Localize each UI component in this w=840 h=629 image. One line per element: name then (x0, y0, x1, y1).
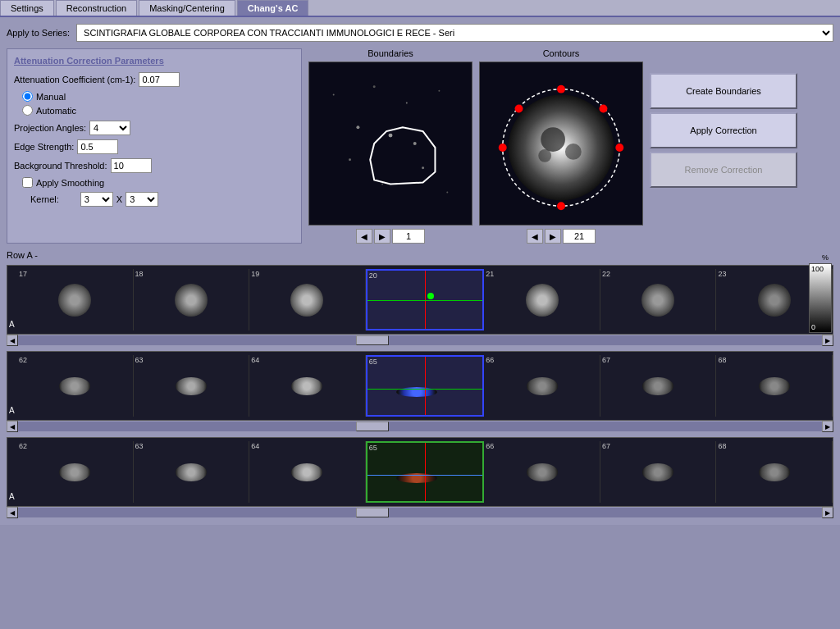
strip-cell-64a[interactable]: 64 (249, 355, 366, 417)
svg-point-9 (446, 191, 448, 193)
boundaries-panel: Boundaries (308, 48, 472, 244)
boundaries-nav-input[interactable] (392, 229, 425, 244)
params-panel: Attenuation Correction Parameters Attenu… (7, 48, 302, 244)
edge-strength-input[interactable] (77, 139, 118, 154)
pct-label: % (822, 253, 829, 262)
svg-point-25 (515, 104, 523, 112)
edge-strength-label: Edge Strength: (14, 142, 74, 152)
apply-series-label: Apply to Series: (7, 28, 70, 38)
scroll-left-3[interactable]: ◀ (7, 507, 18, 518)
contours-label: Contours (543, 48, 580, 58)
contours-prev-btn[interactable]: ◀ (527, 229, 543, 244)
tab-reconstruction[interactable]: Reconstruction (56, 0, 137, 16)
svg-point-2 (333, 94, 335, 96)
boundaries-canvas[interactable] (308, 62, 472, 226)
strip-cell-21[interactable]: 21 (484, 269, 600, 330)
apply-smoothing-checkbox[interactable] (22, 177, 33, 188)
strip-3: A 62 63 64 65 (7, 437, 833, 507)
strip-cell-20[interactable]: 20 (366, 269, 485, 330)
strip-cell-22[interactable]: 22 (600, 269, 717, 330)
manual-radio[interactable] (22, 91, 33, 102)
attenuation-coeff-label: Attenuation Coefficient (cm-1): (14, 75, 135, 84)
strip-cell-65a[interactable]: 65 (366, 355, 485, 417)
svg-point-24 (600, 104, 608, 112)
strip-cell-68b[interactable]: 68 (716, 441, 833, 503)
apply-correction-button[interactable]: Apply Correction (650, 112, 797, 148)
kernel-y-select[interactable]: 35 (126, 192, 158, 207)
svg-point-5 (438, 90, 440, 92)
strip-cell-68a[interactable]: 68 (716, 355, 833, 417)
kernel-label: Kernel: (30, 194, 59, 204)
automatic-label: Automatic (36, 106, 76, 116)
strip-2: A 62 63 64 65 (7, 351, 833, 421)
bg-threshold-input[interactable] (111, 158, 152, 173)
strip-3-row-letter: A (9, 492, 15, 501)
apply-smoothing-label: Apply Smoothing (36, 178, 104, 188)
scrollbar-2[interactable]: ◀ ▶ (7, 421, 833, 432)
buttons-panel: Create Boundaries Apply Correction Remov… (650, 48, 797, 244)
kernel-x-select[interactable]: 35 (80, 192, 113, 207)
strip-cell-19[interactable]: 19 (249, 269, 366, 330)
tab-changs-ac[interactable]: Chang's AC (237, 0, 309, 16)
tab-masking-centering[interactable]: Masking/Centering (139, 0, 235, 16)
svg-point-11 (389, 134, 393, 138)
contours-nav-input[interactable] (563, 229, 596, 244)
svg-point-12 (413, 142, 417, 145)
projection-angles-select[interactable]: 4 8 (89, 121, 130, 135)
svg-point-23 (499, 144, 507, 152)
params-title: Attenuation Correction Parameters (14, 56, 294, 66)
scroll-right-2[interactable]: ▶ (822, 421, 833, 432)
bg-threshold-label: Background Threshold: (14, 161, 107, 171)
strip-cell-67b[interactable]: 67 (600, 441, 717, 503)
svg-point-4 (406, 103, 408, 104)
attenuation-coeff-input[interactable] (139, 72, 180, 87)
create-boundaries-button[interactable]: Create Boundaries (650, 73, 797, 109)
svg-point-16 (541, 127, 565, 152)
scroll-right-1[interactable]: ▶ (822, 335, 833, 346)
contours-panel: Contours (479, 48, 643, 244)
manual-label: Manual (36, 92, 66, 102)
scroll-left-1[interactable]: ◀ (7, 335, 18, 346)
strip-cell-66b[interactable]: 66 (484, 441, 600, 503)
boundaries-label: Boundaries (368, 48, 413, 58)
remove-correction-button[interactable]: Remove Correction (650, 152, 797, 188)
strip-cell-64b[interactable]: 64 (249, 441, 366, 503)
contours-canvas[interactable] (479, 62, 643, 226)
strip-cell-65b[interactable]: 65 (366, 441, 485, 503)
svg-point-20 (557, 85, 565, 93)
svg-point-22 (557, 202, 565, 210)
strip-cell-62a[interactable]: 62 (17, 355, 134, 417)
row-a-label: Row A - (7, 250, 833, 260)
apply-series-select[interactable]: SCINTIGRAFIA GLOBALE CORPOREA CON TRACCI… (76, 24, 833, 42)
strip-2-row-letter: A (9, 406, 15, 415)
boundaries-next-btn[interactable]: ▶ (374, 229, 390, 244)
svg-point-8 (422, 166, 424, 169)
svg-point-7 (381, 184, 383, 185)
boundaries-prev-btn[interactable]: ◀ (356, 229, 372, 244)
images-area: Boundaries (308, 48, 643, 244)
scrollbar-1[interactable]: ◀ ▶ (7, 335, 833, 346)
strip-cell-63b[interactable]: 63 (134, 441, 250, 503)
strip-cell-66a[interactable]: 66 (484, 355, 600, 417)
strip-cell-17[interactable]: 17 (17, 269, 134, 330)
tab-bar: Settings Reconstruction Masking/Centerin… (0, 0, 840, 17)
strip-cell-63a[interactable]: 63 (134, 355, 250, 417)
pct-bottom-label: 0 (811, 323, 829, 331)
tab-settings[interactable]: Settings (0, 0, 54, 16)
kernel-x-label: X (116, 194, 122, 204)
scroll-right-3[interactable]: ▶ (822, 507, 833, 518)
svg-point-17 (565, 144, 582, 160)
svg-point-10 (356, 125, 359, 129)
strip-cell-18[interactable]: 18 (134, 269, 250, 330)
contours-next-btn[interactable]: ▶ (545, 229, 561, 244)
projection-angles-label: Projection Angles: (14, 123, 86, 133)
svg-point-3 (373, 85, 376, 88)
strip-cell-62b[interactable]: 62 (17, 441, 134, 503)
scroll-left-2[interactable]: ◀ (7, 421, 18, 432)
automatic-radio[interactable] (22, 105, 33, 116)
strip-1: A 17 18 19 (7, 265, 833, 335)
strip-cell-67a[interactable]: 67 (600, 355, 717, 417)
svg-point-18 (538, 149, 551, 162)
strip-1-row-letter: A (9, 320, 15, 329)
scrollbar-3[interactable]: ◀ ▶ (7, 507, 833, 518)
